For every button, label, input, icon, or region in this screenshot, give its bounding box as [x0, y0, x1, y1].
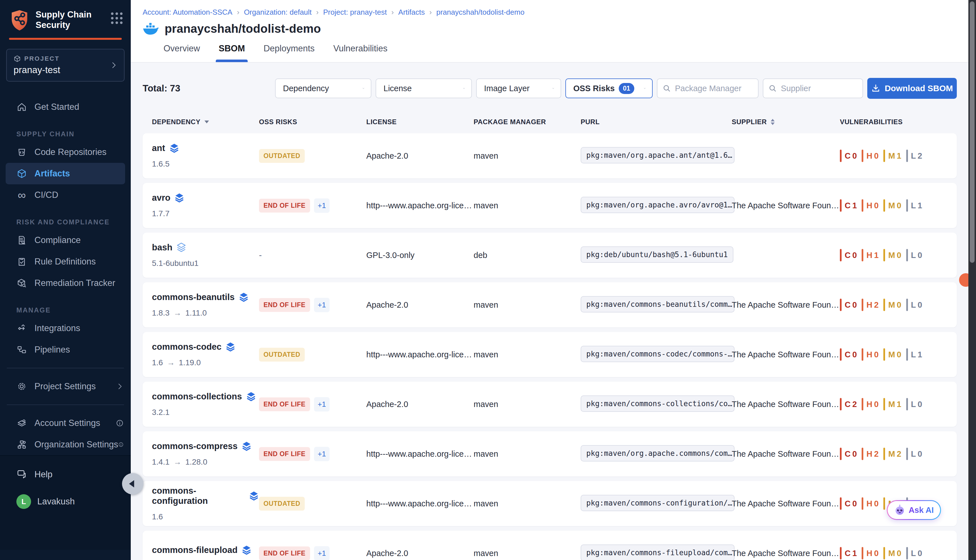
chevron-left-icon	[129, 480, 134, 487]
severity-bar	[862, 249, 863, 262]
table-row[interactable]: commons-fileuploadEND OF LIFE+1Apache-2.…	[143, 531, 957, 560]
severity-bar	[862, 298, 863, 311]
breadcrumb-project[interactable]: Project: pranay-test	[323, 8, 387, 17]
sidebar-item-label: Code Repositories	[35, 147, 107, 157]
purl-chip[interactable]: pkg:maven/org.apache.ant/ant@1.6…	[581, 147, 734, 163]
cube-icon	[13, 55, 21, 62]
user-menu[interactable]: L Lavakush	[0, 491, 131, 512]
oss-risk-badge: OUTDATED	[259, 497, 305, 511]
dependency-name: commons-fileupload	[152, 545, 237, 555]
severity-medium: M0	[883, 199, 901, 212]
sidebar-item-rule-definitions[interactable]: Rule Definitions	[0, 251, 131, 272]
purl-chip[interactable]: pkg:maven/commons-codec/commons-…	[581, 346, 734, 362]
download-sbom-button[interactable]: Download SBOM	[867, 78, 957, 99]
severity-letter: L	[911, 251, 916, 260]
project-selector[interactable]: PROJECT pranay-test	[6, 49, 125, 82]
severity-medium: M0	[883, 298, 901, 311]
sidebar-item-integrations[interactable]: Integrations	[0, 318, 131, 339]
tab-deployments[interactable]: Deployments	[262, 42, 316, 62]
oss-risk-extra-badge[interactable]: +1	[314, 546, 330, 560]
column-header-package-manager[interactable]: PACKAGE MANAGER	[474, 118, 581, 126]
sidebar-collapse-button[interactable]	[122, 473, 143, 495]
sidebar-divider	[7, 368, 124, 368]
tab-overview[interactable]: Overview	[162, 42, 201, 62]
purl-chip[interactable]: pkg:maven/commons-collections/co…	[581, 395, 734, 412]
column-header-license[interactable]: LICENSE	[366, 118, 474, 126]
ask-ai-button[interactable]: Ask AI	[887, 500, 941, 520]
table-row[interactable]: ant1.6.5OUTDATEDApache-2.0mavenpkg:maven…	[143, 133, 957, 178]
info-icon	[118, 440, 124, 449]
purl-cell: pkg:maven/org.apache.commons/com…	[581, 445, 732, 463]
dependency-cell: commons-fileupload	[152, 545, 259, 560]
purl-chip[interactable]: pkg:maven/commons-fileupload/com…	[581, 545, 734, 560]
column-header-vulnerabilities[interactable]: VULNERABILITIES	[840, 118, 957, 126]
purl-cell: pkg:maven/commons-beanutils/comm…	[581, 296, 732, 313]
app-switcher-icon[interactable]	[111, 12, 122, 24]
column-header-purl[interactable]: PURL	[581, 118, 732, 126]
dependency-version: 1.6→1.19.0	[152, 358, 259, 367]
severity-letter: C	[845, 151, 851, 161]
sidebar-item-artifacts[interactable]: Artifacts	[6, 163, 125, 184]
version-current: 1.6	[152, 358, 163, 367]
severity-critical: C1	[840, 199, 857, 212]
sidebar-item-get-started[interactable]: Get Started	[0, 96, 131, 118]
table-row[interactable]: commons-codec1.6→1.19.0OUTDATEDhttp---ww…	[143, 332, 957, 377]
breadcrumb-artifact-name[interactable]: pranaycshah/todolist-demo	[436, 8, 524, 17]
dependency-filter-dropdown[interactable]: Dependency	[275, 78, 371, 98]
supplier-search-input[interactable]	[781, 84, 858, 93]
oss-risk-extra-badge[interactable]: +1	[314, 298, 330, 312]
oss-risk-badge: END OF LIFE	[259, 447, 310, 461]
column-header-oss-risks[interactable]: OSS RISKS	[259, 118, 366, 126]
package-manager-cell: maven	[474, 350, 581, 359]
purl-chip[interactable]: pkg:maven/commons-configuration/…	[581, 495, 734, 511]
purl-chip[interactable]: pkg:maven/org.apache.commons/com…	[581, 445, 734, 462]
sidebar-item-project-settings[interactable]: Project Settings	[0, 376, 131, 397]
help-button[interactable]: Help	[0, 464, 131, 485]
oss-risk-extra-badge[interactable]: +1	[314, 397, 330, 412]
sidebar-item-compliance[interactable]: Compliance	[0, 230, 131, 251]
tab-sbom[interactable]: SBOM	[217, 42, 246, 62]
column-header-dependency[interactable]: DEPENDENCY	[152, 118, 259, 126]
license-filter-dropdown[interactable]: License	[375, 78, 472, 98]
tab-vulnerabilities[interactable]: Vulnerabilities	[332, 42, 389, 62]
sidebar-item-organization-settings[interactable]: Organization Settings	[0, 434, 131, 455]
package-manager-search-input[interactable]	[675, 84, 753, 93]
breadcrumb-artifacts[interactable]: Artifacts	[398, 8, 425, 17]
severity-count: 1	[852, 201, 857, 210]
purl-chip[interactable]: pkg:maven/commons-beanutils/comm…	[581, 296, 734, 312]
column-header-supplier[interactable]: SUPPLIER	[732, 118, 840, 126]
table-row[interactable]: commons-collections3.2.1END OF LIFE+1Apa…	[143, 382, 957, 427]
table-row[interactable]: avro1.7.7END OF LIFE+1http---www.apache.…	[143, 183, 957, 228]
severity-count: 1	[918, 350, 922, 359]
breadcrumb-organization[interactable]: Organization: default	[244, 8, 312, 17]
supplier-search	[763, 78, 863, 98]
purl-chip[interactable]: pkg:deb/ubuntu/bash@5.1-6ubuntu1	[581, 247, 733, 263]
oss-risks-filter-dropdown[interactable]: OSS Risks 01	[566, 78, 652, 98]
sidebar-item-label: Integrations	[35, 323, 80, 333]
table-row[interactable]: commons-configuration1.6OUTDATEDhttp---w…	[143, 481, 957, 526]
severity-bar	[840, 398, 842, 410]
sidebar-item-remediation-tracker[interactable]: Remediation Tracker	[0, 272, 131, 294]
table-row[interactable]: commons-beanutils1.8.3→1.11.0END OF LIFE…	[143, 282, 957, 327]
severity-low: L1	[906, 348, 923, 361]
dependency-cell: commons-codec1.6→1.19.0	[152, 342, 259, 367]
table-row[interactable]: bash5.1-6ubuntu1-GPL-3.0-onlydebpkg:deb/…	[143, 233, 957, 278]
scrollbar[interactable]	[968, 0, 976, 560]
purl-cell: pkg:maven/org.apache.avro/avro@1…	[581, 197, 732, 214]
sidebar-item-cicd[interactable]: ∞ CI/CD	[0, 184, 131, 206]
table-row[interactable]: commons-compress1.4.1→1.28.0END OF LIFE+…	[143, 431, 957, 477]
sidebar-item-pipelines[interactable]: Pipelines	[0, 339, 131, 360]
severity-letter: M	[888, 400, 895, 409]
severity-critical: C0	[840, 298, 857, 311]
image-layer-filter-dropdown[interactable]: Image Layer	[476, 78, 561, 98]
sidebar-item-account-settings[interactable]: Account Settings	[0, 412, 131, 434]
oss-risk-extra-badge[interactable]: +1	[314, 447, 330, 461]
sidebar-item-code-repositories[interactable]: Code Repositories	[0, 142, 131, 163]
purl-chip[interactable]: pkg:maven/org.apache.avro/avro@1…	[581, 197, 734, 213]
breadcrumb-account[interactable]: Account: Automation-SSCA	[143, 8, 232, 17]
oss-risk-extra-badge[interactable]: +1	[314, 198, 330, 213]
pipelines-icon	[17, 344, 27, 355]
oss-risks-cell: -	[259, 250, 366, 260]
severity-letter: M	[888, 449, 895, 459]
scrollbar-thumb[interactable]	[970, 2, 974, 263]
